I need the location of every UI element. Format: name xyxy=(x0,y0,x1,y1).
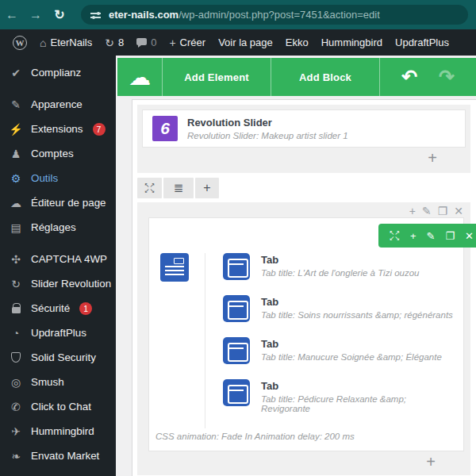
section-add-button[interactable]: + xyxy=(409,205,416,217)
pill-edit-button[interactable]: ✎ xyxy=(427,230,436,242)
sidebar-item-reduire-le-menu[interactable]: ◀ Réduire le menu xyxy=(0,468,116,476)
sidebar-item-label: Solid Security xyxy=(31,351,96,363)
section-clone-button[interactable]: ❐ xyxy=(438,205,448,217)
sidebar-item-label: Comptes xyxy=(31,148,74,159)
admin-bar-updraftplus[interactable]: UpdraftPlus xyxy=(389,29,455,56)
undo-button[interactable]: ↶ xyxy=(401,67,417,86)
sidebar-item-click-to-chat[interactable]: ✆ Click to Chat xyxy=(0,394,116,419)
element-subtitle: Revolution Slider: Makeup artist slider … xyxy=(187,131,348,140)
sidebar-item-smush[interactable]: ◎ Smush xyxy=(0,370,116,394)
add-element-label: Add Element xyxy=(184,71,249,83)
sidebar-item-envato-market[interactable]: ❧ Envato Market xyxy=(0,443,116,468)
tab-subtitle: Tab title: Manucure Soignée &amp; Élégan… xyxy=(261,352,442,362)
row-layout-button[interactable]: ≣ xyxy=(163,178,194,198)
new-label: Créer xyxy=(180,36,206,48)
history-controls: ↶ ↷ xyxy=(380,58,476,96)
element-hover-toolbar: ↖↗↙↘ + ✎ ❐ ✕ xyxy=(378,224,476,248)
sidebar-item-securite[interactable]: Sécurité 1 xyxy=(0,296,116,321)
revolution-slider-element[interactable]: 6 Revolution Slider Revolution Slider: M… xyxy=(142,109,466,148)
wp-logo-menu[interactable]: W xyxy=(6,29,33,56)
tab-row-4[interactable]: Tab Tab title: Pédicure Relaxante &amp; … xyxy=(223,379,455,413)
site-settings-icon[interactable] xyxy=(90,10,101,20)
comments-icon xyxy=(136,38,147,45)
sidebar-item-outils[interactable]: ⚙ Outils xyxy=(0,166,116,190)
envato-icon: ❧ xyxy=(9,450,23,463)
sidebar-item-label: Sécurité xyxy=(31,302,70,314)
add-element-button[interactable]: Add Element xyxy=(163,58,271,96)
admin-bar-new[interactable]: + Créer xyxy=(163,29,212,56)
move-icon: ↖↗↙↘ xyxy=(144,182,155,194)
extensions-update-badge: 7 xyxy=(93,123,106,136)
section-controls: + ✎ ❐ ✕ xyxy=(409,205,463,217)
sidebar-item-reglages[interactable]: ▤ Réglages xyxy=(0,215,116,240)
add-block-label: Add Block xyxy=(299,71,351,83)
tabs-element-card[interactable]: ↖↗↙↘ + ✎ ❐ ✕ Tab Tab title: L'Art de l'o… xyxy=(148,217,464,451)
section-edit-button[interactable]: ✎ xyxy=(422,205,432,217)
updraftplus-label: UpdraftPlus xyxy=(395,36,449,48)
sidebar-item-label: Éditeur de page xyxy=(31,197,106,209)
wp-admin-sidebar: ✔ Complianz ✎ Apparence ⚡ Extensions 7 ♟… xyxy=(0,56,116,476)
admin-bar-ekko[interactable]: Ekko xyxy=(279,29,315,56)
pill-clone-button[interactable]: ❐ xyxy=(445,230,455,242)
site-name-label: EterNails xyxy=(50,36,92,48)
element-title: Revolution Slider xyxy=(187,117,348,129)
sidebar-item-comptes[interactable]: ♟ Comptes xyxy=(0,141,116,166)
sidebar-item-label: Envato Market xyxy=(31,450,99,462)
tabs-module-icon[interactable] xyxy=(160,253,189,282)
pill-delete-button[interactable]: ✕ xyxy=(465,230,474,242)
browser-reload-button[interactable]: ↻ xyxy=(48,7,71,22)
tab-row-3[interactable]: Tab Tab title: Manucure Soignée &amp; Él… xyxy=(223,337,455,364)
pill-add-button[interactable]: + xyxy=(410,230,416,242)
admin-bar-updates[interactable]: ↻ 8 xyxy=(98,29,130,56)
sidebar-item-label: Complianz xyxy=(31,67,81,79)
sidebar-item-apparence[interactable]: ✎ Apparence xyxy=(0,92,116,117)
sidebar-item-extensions[interactable]: ⚡ Extensions 7 xyxy=(0,117,116,141)
sidebar-item-complianz[interactable]: ✔ Complianz xyxy=(0,60,116,85)
wp-admin-bar: W ⌂ EterNails ↻ 8 0 + Créer Voir la page… xyxy=(0,29,476,56)
redo-button[interactable]: ↷ xyxy=(439,67,455,86)
admin-bar-hummingbird[interactable]: Hummingbird xyxy=(315,29,389,56)
tab-title: Tab xyxy=(261,254,419,266)
admin-bar-comments[interactable]: 0 xyxy=(130,29,163,56)
tab-subtitle: Tab title: L'Art de l'onglerie à Tizi ou… xyxy=(261,268,419,278)
sidebar-item-editeur-de-page[interactable]: ☁ Éditeur de page xyxy=(0,190,116,215)
sidebar-item-label: CAPTCHA 4WP xyxy=(31,253,107,265)
smush-icon: ◎ xyxy=(9,376,23,389)
tab-row-1[interactable]: Tab Tab title: L'Art de l'onglerie à Tiz… xyxy=(223,253,455,280)
move-icon[interactable]: ↖↗↙↘ xyxy=(390,230,400,241)
add-element-to-section-button[interactable]: + xyxy=(426,454,436,470)
browser-forward-button[interactable]: → xyxy=(24,8,48,22)
updates-icon: ↻ xyxy=(105,36,114,49)
shield-icon xyxy=(9,352,23,363)
drag-row-button[interactable]: ↖↗↙↘ xyxy=(137,178,162,198)
tab-row-2[interactable]: Tab Tab title: Soins nourrissants &amp; … xyxy=(223,295,455,322)
sidebar-item-captcha-4wp[interactable]: ✣ CAPTCHA 4WP xyxy=(0,247,116,271)
sidebar-item-updraftplus[interactable]: ◔ UpdraftPlus xyxy=(0,321,116,345)
tab-title: Tab xyxy=(261,296,453,308)
add-element-to-row-button[interactable]: + xyxy=(428,150,437,166)
sidebar-item-slider-revolution[interactable]: ↻ Slider Revolution xyxy=(0,271,116,296)
chat-icon: ✆ xyxy=(9,401,23,413)
address-bar[interactable]: eter-nails.com/wp-admin/post.php?post=74… xyxy=(81,5,468,25)
page-url: eter-nails.com/wp-admin/post.php?post=74… xyxy=(109,9,380,21)
tools-icon: ⚙ xyxy=(9,172,23,185)
revolution-slider-icon: 6 xyxy=(152,116,178,141)
admin-bar-view-page[interactable]: Voir la page xyxy=(212,29,279,56)
builder-logo-button[interactable]: ☁ xyxy=(117,58,163,96)
users-icon: ♟ xyxy=(9,148,23,160)
cloud-icon: ☁ xyxy=(9,197,23,209)
sidebar-item-label: UpdraftPlus xyxy=(31,327,86,339)
sidebar-item-label: Réglages xyxy=(31,221,76,233)
sidebar-item-solid-security[interactable]: Solid Security xyxy=(0,345,116,370)
hummingbird-label: Hummingbird xyxy=(321,36,382,48)
add-column-button[interactable]: + xyxy=(195,178,219,198)
add-block-button[interactable]: Add Block xyxy=(271,58,380,96)
section-delete-button[interactable]: ✕ xyxy=(454,205,463,217)
home-icon: ⌂ xyxy=(40,36,46,49)
tab-subtitle: Tab title: Soins nourrissants &amp; régé… xyxy=(261,310,453,320)
row-controls-toolbar: ↖↗↙↘ ≣ + xyxy=(137,178,470,198)
sidebar-item-label: Hummingbird xyxy=(31,425,94,437)
browser-back-button[interactable]: ← xyxy=(0,8,24,22)
admin-bar-site-name[interactable]: ⌂ EterNails xyxy=(33,29,98,56)
sidebar-item-hummingbird[interactable]: ✈ Hummingbird xyxy=(0,419,116,443)
